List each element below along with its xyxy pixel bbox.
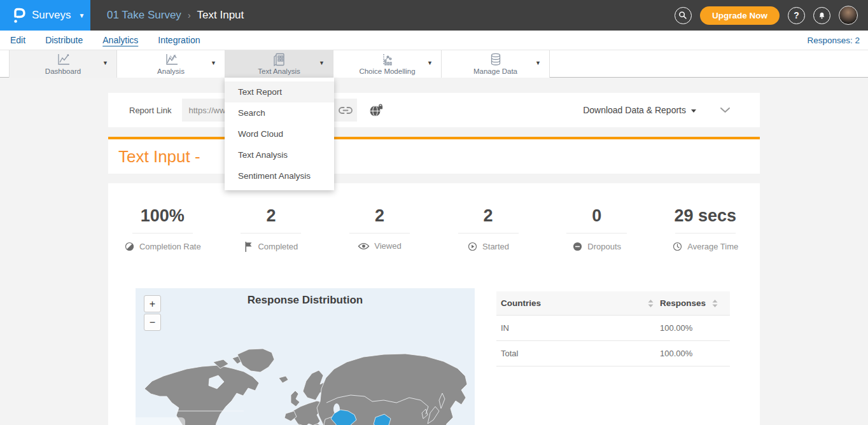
link-icon (338, 105, 353, 116)
analysis-chart-icon (163, 52, 179, 67)
brand-label: Surveys (32, 9, 71, 22)
collapse-section-button[interactable] (720, 107, 731, 113)
tab-text-analysis[interactable]: Text Analysis ▼ (225, 50, 333, 78)
choice-modelling-icon (379, 52, 396, 67)
map-uk (291, 391, 300, 407)
divider (675, 233, 736, 233)
divider (349, 233, 410, 233)
divider (132, 233, 193, 233)
divider (241, 233, 301, 233)
stat-label: Started (482, 242, 509, 251)
notifications-button[interactable] (813, 7, 830, 24)
stat-value: 2 (325, 206, 434, 226)
stat-completion-rate: 100% Completion Rate (108, 206, 217, 252)
chevron-down-icon[interactable]: ▼ (102, 60, 108, 66)
user-avatar[interactable] (839, 6, 858, 25)
text-report-icon (271, 52, 288, 67)
breadcrumb: 01 Take Survey › Text Input (107, 9, 244, 22)
menu-item-word-cloud[interactable]: Word Cloud (225, 123, 334, 144)
dashboard-chart-icon (55, 52, 71, 67)
countries-table: Countries Responses IN 100.00% Total (496, 291, 730, 366)
upgrade-now-button[interactable]: Upgrade Now (700, 6, 780, 25)
menu-item-search[interactable]: Search (225, 102, 334, 123)
tab-manage-data[interactable]: Manage Data ▼ (442, 50, 550, 78)
minus-circle-icon (572, 241, 583, 252)
map-iberia (284, 411, 297, 421)
country-cell: Total (496, 349, 660, 358)
link-privacy-button[interactable] (368, 103, 384, 118)
column-header-responses[interactable]: Responses (660, 298, 706, 308)
tab-analysis[interactable]: Analysis ▼ (117, 50, 225, 78)
chevron-down-icon[interactable]: ▼ (427, 60, 433, 66)
report-link-bar: Report Link Download Data & Report (108, 93, 760, 127)
search-button[interactable] (675, 7, 692, 24)
tab-dashboard[interactable]: Dashboard ▼ (9, 50, 117, 78)
breadcrumb-current-page: Text Input (197, 9, 244, 22)
top-header: Surveys ▼ 01 Take Survey › Text Input Up… (0, 0, 868, 31)
tab-label: Choice Modelling (359, 67, 415, 75)
stat-started: 2 Started (434, 206, 543, 252)
tab-label: Text Analysis (258, 67, 300, 75)
map-iceland (279, 376, 288, 383)
tab-choice-modelling[interactable]: Choice Modelling ▼ (333, 50, 442, 78)
map-watermark (136, 417, 185, 425)
stat-value: 100% (108, 206, 217, 226)
stat-viewed: 2 Viewed (325, 206, 434, 252)
divider (458, 233, 519, 233)
page-body: Report Link Download Data & Report (0, 78, 868, 425)
sort-icon[interactable] (648, 300, 654, 307)
stat-value: 0 (542, 206, 651, 226)
chevron-down-icon[interactable]: ▼ (535, 60, 541, 66)
breadcrumb-separator-icon: › (188, 10, 191, 20)
help-button[interactable]: ? (788, 7, 805, 24)
map-zoom-controls: + − (144, 295, 161, 331)
sort-icon[interactable] (712, 300, 718, 307)
questionpro-logo-icon (11, 7, 25, 24)
menu-item-sentiment-analysis[interactable]: Sentiment Analysis (225, 165, 334, 186)
nav-item-analytics[interactable]: Analytics (102, 35, 138, 46)
map-north-america (144, 365, 259, 425)
stat-completed: 2 Completed (217, 206, 326, 252)
map-zoom-out-button[interactable]: − (144, 314, 161, 331)
map-zoom-in-button[interactable]: + (144, 295, 161, 312)
nav-item-distribute[interactable]: Distribute (45, 35, 83, 46)
world-map (136, 288, 475, 425)
column-header-countries[interactable]: Countries (501, 298, 541, 308)
responses-cell: 100.00% (660, 349, 730, 358)
copy-link-button[interactable] (334, 99, 357, 122)
nav-item-integration[interactable]: Integration (158, 35, 200, 46)
text-analysis-menu: Text Report Search Word Cloud Text Analy… (225, 78, 334, 190)
responses-count: Responses: 2 (807, 36, 860, 45)
tab-label: Analysis (157, 67, 185, 75)
eye-icon (358, 242, 370, 251)
database-icon (487, 52, 504, 67)
divider (566, 233, 627, 233)
map-title: Response Distribution (136, 294, 475, 307)
stat-label: Completion Rate (139, 242, 201, 251)
map-greenland (237, 349, 274, 372)
chevron-down-icon[interactable]: ▼ (319, 60, 325, 66)
report-link-label: Report Link (129, 106, 171, 115)
breadcrumb-survey-link[interactable]: 01 Take Survey (107, 9, 181, 22)
stat-value: 2 (434, 206, 543, 226)
nav-item-edit[interactable]: Edit (10, 35, 25, 46)
brand-caret-icon: ▼ (78, 12, 85, 19)
table-row: IN 100.00% (496, 316, 730, 341)
tab-label: Manage Data (473, 67, 517, 75)
chevron-down-icon[interactable]: ▼ (211, 60, 216, 66)
menu-item-text-report[interactable]: Text Report (225, 81, 334, 102)
analytics-toolbar: Dashboard ▼ Analysis ▼ Text Analysis ▼ (0, 50, 868, 78)
stat-label: Viewed (374, 241, 401, 251)
stats-row: 100% Completion Rate 2 Completed (108, 183, 760, 252)
caret-down-icon (691, 109, 696, 113)
flag-icon (244, 241, 253, 252)
search-icon (678, 10, 688, 20)
menu-item-text-analysis[interactable]: Text Analysis (225, 144, 334, 165)
tab-label: Dashboard (45, 67, 81, 75)
response-distribution-map[interactable]: Response Distribution + − (136, 288, 475, 425)
play-circle-icon (467, 241, 478, 252)
bell-icon (817, 11, 827, 20)
download-data-reports-dropdown[interactable]: Download Data & Reports (583, 105, 696, 115)
stat-dropouts: 0 Dropouts (542, 206, 651, 252)
brand-menu[interactable]: Surveys ▼ (0, 0, 90, 31)
